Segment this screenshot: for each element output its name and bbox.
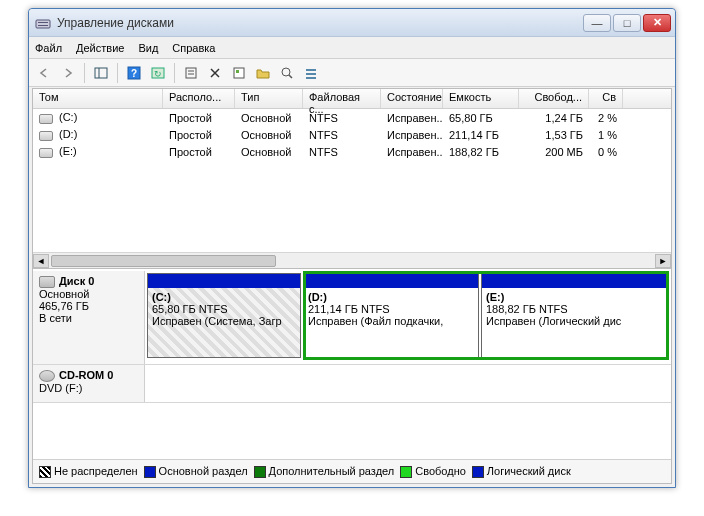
partition-status: Исправен (Логический дис bbox=[486, 315, 621, 327]
help-button[interactable]: ? bbox=[123, 62, 145, 84]
volume-list-pane: Том Располо... Тип Файловая с... Состоян… bbox=[33, 89, 671, 269]
menu-file[interactable]: Файл bbox=[35, 42, 62, 54]
disk-type: Основной bbox=[39, 288, 138, 300]
volume-row[interactable]: (D:) Простой Основной NTFS Исправен... 2… bbox=[33, 126, 671, 143]
legend-label: Логический диск bbox=[487, 465, 571, 477]
partition-size: 211,14 ГБ NTFS bbox=[308, 303, 390, 315]
volume-row[interactable]: (E:) Простой Основной NTFS Исправен... 1… bbox=[33, 143, 671, 160]
cdrom-row: CD-ROM 0 DVD (F:) bbox=[33, 365, 671, 403]
partition-d[interactable]: (D:) 211,14 ГБ NTFS Исправен (Файл подка… bbox=[303, 273, 479, 358]
search-button[interactable] bbox=[276, 62, 298, 84]
disk-info-cell[interactable]: Диск 0 Основной 465,76 ГБ В сети bbox=[33, 271, 145, 364]
titlebar[interactable]: Управление дисками — □ ✕ bbox=[29, 9, 675, 37]
partition-label: (C:) bbox=[152, 291, 171, 303]
col-filesystem[interactable]: Файловая с... bbox=[303, 89, 381, 108]
cdrom-title: CD-ROM 0 bbox=[59, 369, 113, 381]
partition-label: (D:) bbox=[308, 291, 327, 303]
menubar: Файл Действие Вид Справка bbox=[29, 37, 675, 59]
open-button[interactable] bbox=[252, 62, 274, 84]
volume-icon bbox=[39, 148, 53, 158]
partition-size: 188,82 ГБ NTFS bbox=[486, 303, 568, 315]
legend-bar: Не распределен Основной раздел Дополните… bbox=[33, 459, 671, 483]
forward-button[interactable] bbox=[57, 62, 79, 84]
disk-row: Диск 0 Основной 465,76 ГБ В сети (C:) 65… bbox=[33, 271, 671, 365]
svg-rect-16 bbox=[306, 69, 316, 71]
partition-area: (C:) 65,80 ГБ NTFS Исправен (Система, За… bbox=[145, 271, 671, 364]
toolbar: ? ↻ bbox=[29, 59, 675, 87]
scroll-thumb[interactable] bbox=[51, 255, 276, 267]
legend-label: Свободно bbox=[415, 465, 466, 477]
volume-icon bbox=[39, 131, 53, 141]
legend-label: Основной раздел bbox=[159, 465, 248, 477]
scroll-left-button[interactable]: ◄ bbox=[33, 254, 49, 268]
partition-status: Исправен (Система, Загр bbox=[152, 315, 282, 327]
app-icon bbox=[35, 15, 51, 31]
volume-row[interactable]: (C:) Простой Основной NTFS Исправен... 6… bbox=[33, 109, 671, 126]
cdrom-area bbox=[145, 365, 671, 402]
volume-name: (E:) bbox=[59, 145, 77, 157]
menu-view[interactable]: Вид bbox=[138, 42, 158, 54]
volume-name: (C:) bbox=[59, 111, 77, 123]
col-free[interactable]: Свобод... bbox=[519, 89, 589, 108]
svg-rect-17 bbox=[306, 73, 316, 75]
svg-rect-3 bbox=[95, 68, 107, 78]
delete-button[interactable] bbox=[204, 62, 226, 84]
minimize-button[interactable]: — bbox=[583, 14, 611, 32]
partition-size: 65,80 ГБ NTFS bbox=[152, 303, 228, 315]
col-volume[interactable]: Том bbox=[33, 89, 163, 108]
maximize-button[interactable]: □ bbox=[613, 14, 641, 32]
col-layout[interactable]: Располо... bbox=[163, 89, 235, 108]
cdrom-info-cell[interactable]: CD-ROM 0 DVD (F:) bbox=[33, 365, 145, 402]
cdrom-sub: DVD (F:) bbox=[39, 382, 138, 394]
partition-label: (E:) bbox=[486, 291, 504, 303]
disk-title: Диск 0 bbox=[59, 275, 94, 287]
col-type[interactable]: Тип bbox=[235, 89, 303, 108]
refresh-button[interactable]: ↻ bbox=[147, 62, 169, 84]
cdrom-icon bbox=[39, 370, 55, 382]
list-view-button[interactable] bbox=[300, 62, 322, 84]
graphical-disk-pane: Диск 0 Основной 465,76 ГБ В сети (C:) 65… bbox=[33, 271, 671, 459]
content-area: Том Располо... Тип Файловая с... Состоян… bbox=[32, 88, 672, 484]
legend-swatch-unallocated bbox=[39, 466, 51, 478]
legend-swatch-extended bbox=[254, 466, 266, 478]
svg-text:↻: ↻ bbox=[154, 69, 162, 79]
properties-button[interactable] bbox=[228, 62, 250, 84]
scroll-right-button[interactable]: ► bbox=[655, 254, 671, 268]
volume-list-hscrollbar[interactable]: ◄ ► bbox=[33, 252, 671, 268]
svg-text:?: ? bbox=[131, 68, 137, 79]
svg-line-15 bbox=[289, 75, 292, 78]
svg-rect-9 bbox=[186, 68, 196, 78]
volume-name: (D:) bbox=[59, 128, 77, 140]
back-button[interactable] bbox=[33, 62, 55, 84]
partition-header bbox=[148, 274, 300, 288]
close-button[interactable]: ✕ bbox=[643, 14, 671, 32]
legend-swatch-primary bbox=[144, 466, 156, 478]
svg-rect-0 bbox=[36, 20, 50, 28]
settings-button[interactable] bbox=[180, 62, 202, 84]
svg-point-14 bbox=[282, 68, 290, 76]
window-title: Управление дисками bbox=[57, 16, 583, 30]
disk-icon bbox=[39, 276, 55, 288]
legend-label: Не распределен bbox=[54, 465, 138, 477]
svg-rect-1 bbox=[38, 22, 48, 23]
legend-swatch-logical bbox=[472, 466, 484, 478]
volume-icon bbox=[39, 114, 53, 124]
svg-rect-2 bbox=[38, 25, 48, 26]
show-hide-tree-button[interactable] bbox=[90, 62, 112, 84]
col-percent[interactable]: Св bbox=[589, 89, 623, 108]
partition-c[interactable]: (C:) 65,80 ГБ NTFS Исправен (Система, За… bbox=[147, 273, 301, 358]
col-capacity[interactable]: Емкость bbox=[443, 89, 519, 108]
volume-list-header[interactable]: Том Располо... Тип Файловая с... Состоян… bbox=[33, 89, 671, 109]
legend-swatch-free bbox=[400, 466, 412, 478]
svg-rect-18 bbox=[306, 77, 316, 79]
svg-rect-13 bbox=[236, 70, 239, 73]
legend-label: Дополнительный раздел bbox=[269, 465, 395, 477]
partition-header bbox=[304, 274, 478, 288]
disk-status: В сети bbox=[39, 312, 138, 324]
menu-action[interactable]: Действие bbox=[76, 42, 124, 54]
menu-help[interactable]: Справка bbox=[172, 42, 215, 54]
col-status[interactable]: Состояние bbox=[381, 89, 443, 108]
disk-management-window: Управление дисками — □ ✕ Файл Действие В… bbox=[28, 8, 676, 488]
partition-e[interactable]: (E:) 188,82 ГБ NTFS Исправен (Логический… bbox=[481, 273, 669, 358]
partition-header bbox=[482, 274, 668, 288]
